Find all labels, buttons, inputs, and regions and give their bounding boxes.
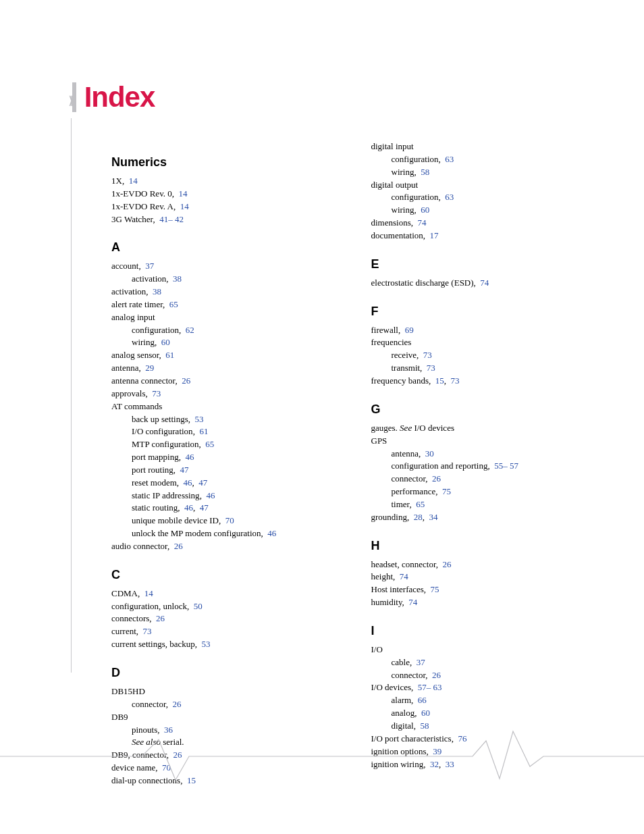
page-ref-link[interactable]: 65 [205,439,214,449]
page-ref-link[interactable]: 28 [414,512,423,522]
index-entry-text: antenna [111,363,138,373]
page-ref-link[interactable]: 74 [480,278,489,288]
page-ref-link[interactable]: 63 [445,192,454,202]
page-ref-link[interactable]: 30 [425,448,434,459]
index-entry-text: GPS [371,436,387,446]
page-ref-link[interactable]: 14 [179,188,188,199]
index-col-left: Numerics1X, 141x-EVDO Rev. 0, 141x-EVDO … [111,140,338,787]
page-ref-link[interactable]: 66 [418,695,427,705]
page-ref-link[interactable]: 46 [184,477,192,488]
index-entry-text: headset, connector [371,559,436,569]
index-entry: back up settings, 53 [132,413,338,426]
page-ref-link[interactable]: 75 [442,486,451,496]
index-entry-text: connector [392,670,426,680]
page-ref-link[interactable]: 17 [430,230,439,240]
page-ref-link[interactable]: 74 [408,597,417,607]
page-ref-link[interactable]: 69 [405,325,414,335]
page-ref-link[interactable]: 61 [165,350,174,360]
page-ref-link[interactable]: 73 [152,388,161,398]
index-entry-text: electrostatic discharge (ESD) [371,278,474,288]
page-ref-link[interactable]: 46 [267,528,276,538]
page-ref-link[interactable]: 14 [180,201,189,211]
page-ref-link[interactable]: 26 [182,375,190,386]
index-entry: DB15HD [111,685,338,698]
index-entry-text: alert rate timer [111,299,163,309]
page-ref-link[interactable]: 26 [156,613,165,623]
index-entry-text: port mapping [132,452,179,462]
page-ref-link[interactable]: 14 [129,176,138,186]
index-entry: wiring, 60 [132,336,338,349]
page-ref-link[interactable]: 74 [417,217,426,228]
page-ref-link[interactable]: 37 [145,261,154,271]
page-ref-link[interactable]: 47 [200,502,209,513]
index-entry: port mapping, 46 [132,451,338,464]
page-ref-link[interactable]: 47 [180,465,189,475]
page-title: Index [84,81,155,113]
page-ref-link[interactable]: 26 [432,670,441,680]
page-ref-link[interactable]: 37 [417,657,425,667]
page-ref-link[interactable]: 46 [185,452,194,462]
index-entry: headset, connector, 26 [371,558,597,571]
page-ref-link[interactable]: 29 [145,363,154,373]
page-ref-link[interactable]: 60 [421,708,430,718]
index-entry-text: unique mobile device ID [132,515,219,525]
index-entry-text: digital output [371,180,419,190]
page-ref-link[interactable]: 53 [202,639,211,649]
page-ref-link[interactable]: 73 [451,375,460,386]
page-ref-link[interactable]: 26 [442,559,451,569]
index-entry: grounding, 28, 34 [371,511,597,524]
page-ref-link[interactable]: 63 [445,154,454,164]
page-ref-link[interactable]: 38 [173,273,182,284]
page-ref-link[interactable]: 41– 42 [159,214,184,224]
index-entry: current, 73 [111,625,338,638]
index-section-head: E [371,257,597,271]
index-entry: humidity, 74 [371,596,597,609]
page-ref-link[interactable]: 62 [186,325,194,335]
index-entry: wiring, 58 [392,166,597,179]
page-ref-link[interactable]: 73 [143,626,152,636]
index-section-head: A [111,240,338,255]
index-entry-text: wiring [392,167,414,177]
page-ref-link[interactable]: 53 [195,414,204,424]
page-ref-link[interactable]: 26 [174,541,183,551]
page-ref-link[interactable]: 65 [169,299,178,309]
index-entry: 1X, 14 [111,175,338,188]
index-entry: configuration and reporting, 55– 57 [392,460,597,473]
page-ref-link[interactable]: 26 [172,699,181,709]
page-ref-link[interactable]: 60 [421,205,429,215]
page-ref-link[interactable]: 15 [435,375,444,386]
page-ref-link[interactable]: 75 [431,584,439,594]
index-entry-text: configuration, unlock [111,601,187,611]
index-entry: configuration, 63 [392,191,597,204]
page-ref-link[interactable]: 65 [416,499,425,509]
page-ref-link[interactable]: 47 [198,477,207,488]
page-ref-link[interactable]: 60 [161,337,170,347]
page-ref-link[interactable]: 58 [421,167,429,177]
index-entry-text: frequencies [371,337,412,347]
page-ref-link[interactable]: 55– 57 [494,461,518,471]
page-ref-link[interactable]: 57– 63 [418,682,442,692]
index-entry-text: configuration and reporting [392,461,488,471]
index-entry-text: 3G Watcher [111,214,153,224]
page-ref-link[interactable]: 73 [423,350,432,360]
page-ref-link[interactable]: 46 [206,490,215,500]
index-entry-text: alarm [392,695,412,705]
page-ref-link[interactable]: 14 [144,588,153,598]
index-entry: account, 37 [111,260,338,273]
page-ref-link[interactable]: 46 [184,502,193,513]
page-ref-link[interactable]: 50 [194,601,203,611]
page-ref-link[interactable]: 73 [427,363,435,373]
index-entry-text: I/O [371,644,383,654]
index-entry: timer, 65 [392,498,597,511]
page-ref-link[interactable]: 70 [225,515,234,525]
index-entry: analog, 60 [392,707,597,720]
page-ref-link[interactable]: 38 [153,286,161,296]
index-entry-text: transmit [392,363,421,373]
page-ref-link[interactable]: 34 [429,512,437,522]
index-entry: connector, 26 [392,669,597,682]
page-ref-link[interactable]: 61 [199,426,208,436]
index-entry: digital input [371,140,597,153]
page-ref-link[interactable]: 74 [400,571,408,581]
page-ref-link[interactable]: 26 [432,473,441,484]
index-entry-text: activation [132,273,166,284]
